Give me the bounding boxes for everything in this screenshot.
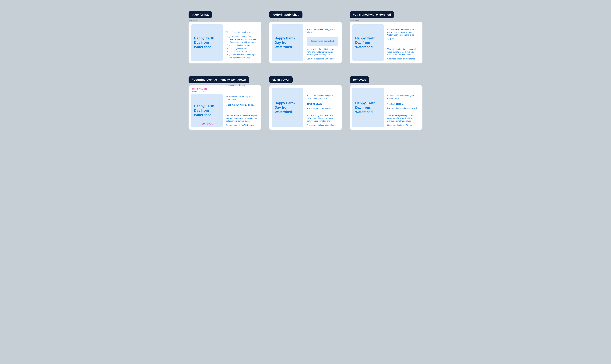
rank-intro: Single “best” fact stack rank: [226, 31, 258, 34]
intro-text: In 2022 we're celebrating your contribut…: [226, 95, 258, 101]
details-link[interactable]: See more details on Watershed: [226, 124, 258, 127]
explain-text: [explain what is clean power]: [307, 107, 338, 110]
content-clean-power: In 2022 we're celebrating your clean pow…: [307, 88, 339, 127]
frame-intensity: Footprint revenue intensity went down bl…: [188, 76, 261, 130]
frame-grid: page format horizontal Happy Earth Day f…: [188, 11, 423, 130]
hero-title: Happy Earth Day from Watershed: [194, 36, 220, 49]
hero-panel: Happy Earth Day from Watershed: [272, 88, 303, 127]
rank-item: your footprint went down revenue intensi…: [229, 36, 258, 44]
chip-footprint-published: footprint published: [269, 11, 303, 18]
card-clean-power: Happy Earth Day from Watershed In 2022 w…: [269, 85, 342, 130]
frame-footprint-published: footprint published horizontal Happy Ear…: [269, 11, 342, 64]
hero-panel: Happy Earth Day from Watershed: [191, 24, 223, 61]
closing-block: You're making real impact and we're grat…: [387, 114, 419, 127]
intro-text: In 2022 we're celebrating your carbon re…: [387, 94, 419, 100]
frame-page-format: page format horizontal Happy Earth Day f…: [188, 11, 261, 64]
explain-text: [explain what is carbon removals]: [387, 107, 419, 110]
card-signed: Happy Earth Day from Watershed In 2022 w…: [350, 22, 423, 64]
hero-panel: Happy Earth Day from Watershed: [352, 88, 384, 127]
card-intensity: bleed a yukai illos inverted colors Happ…: [188, 85, 261, 130]
intro-text: In 2022 we're celebrating your first mil…: [307, 28, 338, 34]
closing-block: You're taking the right steps and we're …: [387, 48, 419, 61]
note-bleed-and-inverted: bleed a yukai illos inverted colors: [192, 88, 207, 93]
orientation-label: horizontal: [270, 19, 342, 22]
list-item: XYZ: [390, 38, 419, 41]
rank-item: you published a footprint: [229, 50, 258, 53]
hero-panel: Happy Earth Day from Watershed: [352, 24, 384, 61]
closing-text: You're making real impact and we're grat…: [307, 114, 338, 123]
content-page-format: Single “best” fact stack rank your footp…: [226, 24, 259, 61]
closing-block: You're a leader in the climate space and…: [226, 114, 258, 127]
chip-removals: removals: [350, 76, 369, 83]
closing-text: You're making real impact and we're grat…: [387, 114, 419, 123]
hero-panel: Happy Earth Day from Watershed earth day…: [191, 94, 223, 127]
content-footprint-published: In 2022 we're celebrating your first mil…: [307, 24, 339, 61]
hero-panel: Happy Earth Day from Watershed: [272, 24, 303, 61]
details-link[interactable]: See more details on Watershed: [307, 124, 338, 127]
rank-list: your footprint went down revenue intensi…: [226, 35, 258, 59]
hero-title: Happy Earth Day from Watershed: [194, 104, 220, 117]
details-link[interactable]: See more details on Watershed: [387, 58, 419, 60]
closing-text: You're a leader in the climate space and…: [226, 114, 258, 123]
orientation-label: horizontal: [350, 19, 423, 22]
rank-item: you started with watershed (so much pote…: [229, 53, 258, 59]
content-signed: In 2022 we're celebrating your energy an…: [387, 24, 420, 61]
removals-stat: 12,859 tCO₂e: [387, 102, 419, 106]
hero-title: Happy Earth Day from Watershed: [355, 101, 381, 114]
frame-clean-power: clean power Happy Earth Day from Watersh…: [269, 76, 342, 130]
chip-signed: you signed with watershed: [350, 11, 394, 18]
card-page-format: Happy Earth Day from Watershed Single “b…: [188, 22, 261, 64]
hero-title: Happy Earth Day from Watershed: [275, 101, 300, 114]
intensity-stat: ↓ 31 tCO₂e / $1 million: [226, 103, 258, 107]
clean-power-stat: 12,859 MWh: [307, 102, 338, 106]
chip-page-format: page format: [188, 11, 212, 18]
rank-item: you bought removals: [229, 47, 258, 50]
frame-removals: removals Happy Earth Day from Watershed …: [350, 76, 423, 130]
capabilities-list: XYZ: [387, 38, 419, 41]
intro-text: In 2022 we're celebrating your energy an…: [387, 28, 419, 37]
chip-intensity: Footprint revenue intensity went down: [188, 76, 249, 83]
content-removals: In 2022 we're celebrating your carbon re…: [387, 88, 420, 127]
hero-title: Happy Earth Day from Watershed: [275, 36, 300, 49]
details-link[interactable]: See more details on Watershed: [387, 124, 419, 127]
intro-text: In 2022 we're celebrating your clean pow…: [307, 94, 338, 100]
note-customer-logo: customer logo & name: [226, 84, 245, 87]
content-intensity: customer logo & name In 2022 we're celeb…: [226, 88, 259, 127]
details-link[interactable]: See more details on Watershed: [307, 58, 338, 60]
chip-clean-power: clean power: [269, 76, 293, 83]
closing-block: You're taking the right steps and we're …: [307, 48, 338, 61]
orientation-label: horizontal: [189, 19, 261, 22]
card-footprint-published: Happy Earth Day from Watershed In 2022 w…: [269, 22, 342, 64]
card-removals: Happy Earth Day from Watershed In 2022 w…: [350, 85, 423, 130]
note-bleed-line: bleed a yukai illos: [192, 88, 207, 90]
closing-block: You're making real impact and we're grat…: [307, 114, 338, 127]
hero-title: Happy Earth Day from Watershed: [355, 36, 381, 49]
rank-item: you bought clean power: [229, 44, 258, 47]
footprint-breakdown-chart-placeholder: footprint breakdown chart: [307, 37, 338, 46]
closing-text: You're taking the right steps and we're …: [387, 48, 419, 56]
closing-text: You're taking the right steps and we're …: [307, 48, 338, 56]
frame-signed: you signed with watershed horizontal Hap…: [350, 11, 423, 64]
note-earth-day-fact: earth day fact?: [192, 122, 222, 125]
note-inverted-line: inverted colors: [192, 90, 207, 93]
